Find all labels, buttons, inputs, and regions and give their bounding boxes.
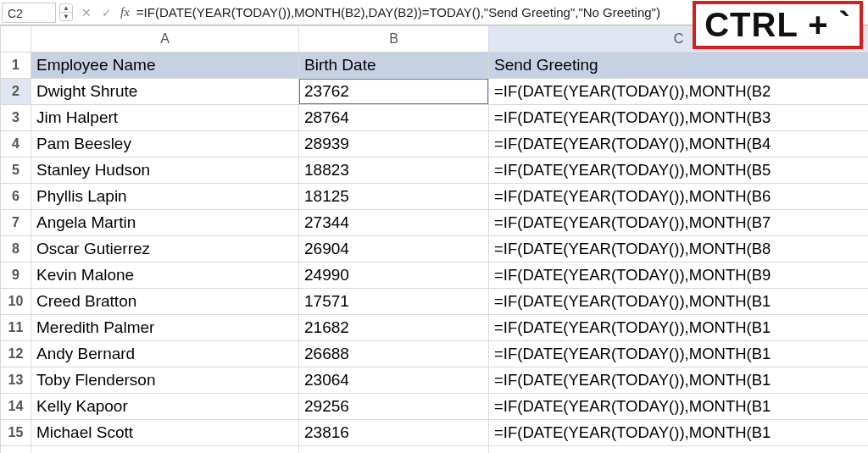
table-row: 15Michael Scott23816=IF(DATE(YEAR(TODAY(… — [1, 420, 869, 446]
cell-A4[interactable]: Pam Beesley — [31, 131, 299, 157]
row-header-3[interactable]: 3 — [1, 105, 31, 131]
cell-B4[interactable]: 28939 — [299, 131, 489, 157]
chevron-up-icon[interactable]: ▲ — [60, 4, 72, 13]
cell-C5[interactable]: =IF(DATE(YEAR(TODAY()),MONTH(B5 — [489, 157, 869, 184]
cell-B11[interactable]: 21682 — [299, 315, 489, 341]
cell-B1[interactable]: Birth Date — [299, 52, 489, 79]
cell-B3[interactable]: 28764 — [299, 105, 489, 131]
cell-B15[interactable]: 23816 — [299, 420, 489, 446]
row-header-2[interactable]: 2 — [1, 79, 31, 105]
chevron-down-icon[interactable]: ▼ — [60, 13, 72, 20]
cell-A10[interactable]: Creed Bratton — [31, 289, 299, 315]
cell-A16[interactable] — [31, 446, 299, 454]
table-row: 8Oscar Gutierrez26904=IF(DATE(YEAR(TODAY… — [1, 236, 869, 262]
cancel-formula-button[interactable]: ✕ — [76, 6, 97, 19]
cell-C6[interactable]: =IF(DATE(YEAR(TODAY()),MONTH(B6 — [489, 184, 869, 210]
cell-C16[interactable] — [489, 446, 869, 454]
cell-A11[interactable]: Meredith Palmer — [31, 315, 299, 341]
table-row: 10Creed Bratton17571=IF(DATE(YEAR(TODAY(… — [1, 289, 869, 315]
name-box[interactable]: C2 — [2, 3, 56, 23]
cell-B14[interactable]: 29256 — [299, 394, 489, 420]
table-row: 14Kelly Kapoor29256=IF(DATE(YEAR(TODAY()… — [1, 394, 869, 420]
cell-C8[interactable]: =IF(DATE(YEAR(TODAY()),MONTH(B8 — [489, 236, 869, 262]
cell-B13[interactable]: 23064 — [299, 367, 489, 394]
row-header-11[interactable]: 11 — [1, 315, 31, 341]
table-row: 5Stanley Hudson18823=IF(DATE(YEAR(TODAY(… — [1, 157, 869, 184]
spreadsheet-grid[interactable]: A B C 1 Employee Name Birth Date Send Gr… — [0, 25, 868, 453]
cell-C15[interactable]: =IF(DATE(YEAR(TODAY()),MONTH(B1 — [489, 420, 869, 446]
row-header-1[interactable]: 1 — [1, 52, 31, 79]
table-row: 3Jim Halpert28764=IF(DATE(YEAR(TODAY()),… — [1, 105, 869, 131]
cell-C11[interactable]: =IF(DATE(YEAR(TODAY()),MONTH(B1 — [489, 315, 869, 341]
cell-B6[interactable]: 18125 — [299, 184, 489, 210]
cell-A15[interactable]: Michael Scott — [31, 420, 299, 446]
cell-A8[interactable]: Oscar Gutierrez — [31, 236, 299, 262]
name-box-stepper[interactable]: ▲ ▼ — [59, 3, 73, 21]
cell-B10[interactable]: 17571 — [299, 289, 489, 315]
table-row: 2Dwight Shrute23762=IF(DATE(YEAR(TODAY()… — [1, 79, 869, 105]
cell-C10[interactable]: =IF(DATE(YEAR(TODAY()),MONTH(B1 — [489, 289, 869, 315]
row-header-10[interactable]: 10 — [1, 289, 31, 315]
table-row: 4Pam Beesley28939=IF(DATE(YEAR(TODAY()),… — [1, 131, 869, 157]
confirm-formula-button[interactable]: ✓ — [97, 6, 117, 19]
cell-A5[interactable]: Stanley Hudson — [31, 157, 299, 184]
row-header-8[interactable]: 8 — [1, 236, 31, 262]
table-row: 12Andy Bernard26688=IF(DATE(YEAR(TODAY()… — [1, 341, 869, 367]
row-header-15[interactable]: 15 — [1, 420, 31, 446]
cell-B5[interactable]: 18823 — [299, 157, 489, 184]
cell-B9[interactable]: 24990 — [299, 262, 489, 289]
row-header-14[interactable]: 14 — [1, 394, 31, 420]
cell-C12[interactable]: =IF(DATE(YEAR(TODAY()),MONTH(B1 — [489, 341, 869, 367]
col-header-A[interactable]: A — [31, 26, 299, 52]
cell-B12[interactable]: 26688 — [299, 341, 489, 367]
cell-B2[interactable]: 23762 — [299, 79, 489, 105]
table-row-empty: 16 — [1, 446, 869, 454]
table-row: 9Kevin Malone24990=IF(DATE(YEAR(TODAY())… — [1, 262, 869, 289]
cell-A3[interactable]: Jim Halpert — [31, 105, 299, 131]
cell-A14[interactable]: Kelly Kapoor — [31, 394, 299, 420]
row-header-9[interactable]: 9 — [1, 262, 31, 289]
cell-A13[interactable]: Toby Flenderson — [31, 367, 299, 394]
cell-C14[interactable]: =IF(DATE(YEAR(TODAY()),MONTH(B1 — [489, 394, 869, 420]
row-header-13[interactable]: 13 — [1, 367, 31, 394]
cell-C2[interactable]: =IF(DATE(YEAR(TODAY()),MONTH(B2 — [489, 79, 869, 105]
cell-C4[interactable]: =IF(DATE(YEAR(TODAY()),MONTH(B4 — [489, 131, 869, 157]
cell-C3[interactable]: =IF(DATE(YEAR(TODAY()),MONTH(B3 — [489, 105, 869, 131]
shortcut-callout: CTRL + ` — [693, 1, 863, 49]
cell-A2[interactable]: Dwight Shrute — [31, 79, 299, 105]
table-header-row: 1 Employee Name Birth Date Send Greeting — [1, 52, 869, 79]
fx-icon[interactable]: fx — [120, 5, 130, 19]
cell-A7[interactable]: Angela Martin — [31, 210, 299, 236]
cell-B7[interactable]: 27344 — [299, 210, 489, 236]
table-row: 7Angela Martin27344=IF(DATE(YEAR(TODAY()… — [1, 210, 869, 236]
row-header-5[interactable]: 5 — [1, 157, 31, 184]
table-row: 11Meredith Palmer21682=IF(DATE(YEAR(TODA… — [1, 315, 869, 341]
cell-A1[interactable]: Employee Name — [31, 52, 299, 79]
cell-C9[interactable]: =IF(DATE(YEAR(TODAY()),MONTH(B9 — [489, 262, 869, 289]
cell-A12[interactable]: Andy Bernard — [31, 341, 299, 367]
cell-B8[interactable]: 26904 — [299, 236, 489, 262]
row-header-12[interactable]: 12 — [1, 341, 31, 367]
col-header-B[interactable]: B — [299, 26, 489, 52]
cell-B16[interactable] — [299, 446, 489, 454]
row-header-16[interactable]: 16 — [1, 446, 31, 454]
row-header-7[interactable]: 7 — [1, 210, 31, 236]
cell-C7[interactable]: =IF(DATE(YEAR(TODAY()),MONTH(B7 — [489, 210, 869, 236]
select-all-corner[interactable] — [1, 26, 31, 52]
cell-C1[interactable]: Send Greeting — [489, 52, 869, 79]
row-header-6[interactable]: 6 — [1, 184, 31, 210]
table-row: 13Toby Flenderson23064=IF(DATE(YEAR(TODA… — [1, 367, 869, 394]
cell-A6[interactable]: Phyllis Lapin — [31, 184, 299, 210]
cell-C13[interactable]: =IF(DATE(YEAR(TODAY()),MONTH(B1 — [489, 367, 869, 394]
table-row: 6Phyllis Lapin18125=IF(DATE(YEAR(TODAY()… — [1, 184, 869, 210]
row-header-4[interactable]: 4 — [1, 131, 31, 157]
cell-A9[interactable]: Kevin Malone — [31, 262, 299, 289]
